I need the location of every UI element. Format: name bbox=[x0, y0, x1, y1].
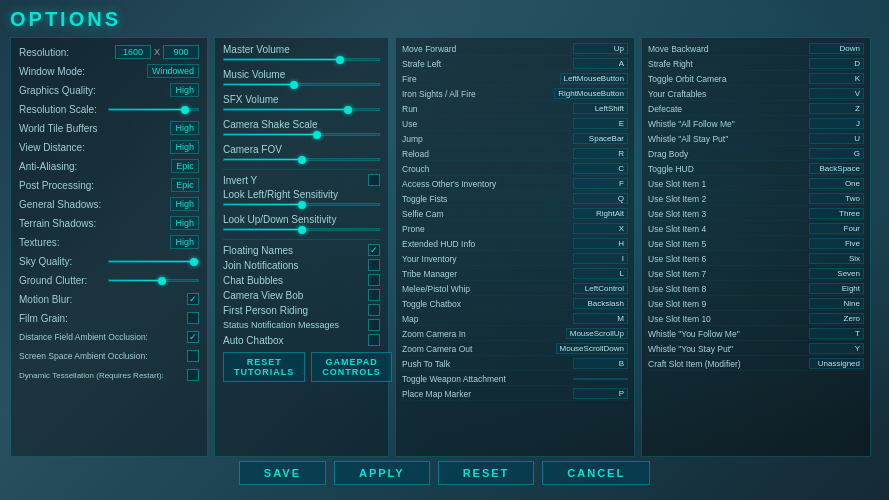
kb-left-key-22[interactable] bbox=[573, 378, 628, 380]
camera-shake-slider[interactable] bbox=[223, 133, 380, 136]
kb-left-key-15[interactable]: L bbox=[573, 268, 628, 279]
kb-left-key-9[interactable]: F bbox=[573, 178, 628, 189]
kb-right-row-9[interactable]: Use Slot Item 1One bbox=[648, 177, 864, 191]
kb-left-row-21[interactable]: Push To TalkB bbox=[402, 357, 628, 371]
kb-right-row-12[interactable]: Use Slot Item 4Four bbox=[648, 222, 864, 236]
ssao-checkbox[interactable] bbox=[187, 350, 199, 362]
kb-left-row-11[interactable]: Selfie CamRightAlt bbox=[402, 207, 628, 221]
kb-right-key-5[interactable]: J bbox=[809, 118, 864, 129]
kb-left-row-1[interactable]: Strafe LeftA bbox=[402, 57, 628, 71]
kb-left-key-16[interactable]: LeftControl bbox=[573, 283, 628, 294]
kb-right-key-1[interactable]: D bbox=[809, 58, 864, 69]
kb-right-row-18[interactable]: Use Slot Item 10Zero bbox=[648, 312, 864, 326]
kb-right-key-19[interactable]: T bbox=[809, 328, 864, 339]
resolution-width[interactable]: 1600 bbox=[115, 45, 151, 59]
kb-right-key-20[interactable]: Y bbox=[809, 343, 864, 354]
kb-right-key-4[interactable]: Z bbox=[809, 103, 864, 114]
kb-left-row-5[interactable]: UseE bbox=[402, 117, 628, 131]
status-notification-checkbox[interactable] bbox=[368, 319, 380, 331]
kb-left-row-18[interactable]: MapM bbox=[402, 312, 628, 326]
kb-right-row-7[interactable]: Drag BodyG bbox=[648, 147, 864, 161]
kb-right-row-1[interactable]: Strafe RightD bbox=[648, 57, 864, 71]
window-mode-dropdown[interactable]: Windowed bbox=[147, 64, 199, 78]
kb-left-key-14[interactable]: I bbox=[573, 253, 628, 264]
resolution-scale-slider[interactable] bbox=[108, 108, 199, 111]
kb-left-key-13[interactable]: H bbox=[573, 238, 628, 249]
sfx-volume-slider[interactable] bbox=[223, 108, 380, 111]
kb-left-row-2[interactable]: FireLeftMouseButton bbox=[402, 72, 628, 86]
resolution-height[interactable]: 900 bbox=[163, 45, 199, 59]
kb-left-key-11[interactable]: RightAlt bbox=[573, 208, 628, 219]
post-processing-dropdown[interactable]: Epic bbox=[171, 178, 199, 192]
camera-fov-slider[interactable] bbox=[223, 158, 380, 161]
kb-right-row-17[interactable]: Use Slot Item 9Nine bbox=[648, 297, 864, 311]
kb-left-row-14[interactable]: Your InventoryI bbox=[402, 252, 628, 266]
first-person-riding-checkbox[interactable] bbox=[368, 304, 380, 316]
music-volume-slider[interactable] bbox=[223, 83, 380, 86]
kb-left-row-10[interactable]: Toggle FistsQ bbox=[402, 192, 628, 206]
kb-right-key-2[interactable]: K bbox=[809, 73, 864, 84]
kb-right-row-5[interactable]: Whistle "All Follow Me"J bbox=[648, 117, 864, 131]
kb-left-key-5[interactable]: E bbox=[573, 118, 628, 129]
ud-sensitivity-slider[interactable] bbox=[223, 228, 380, 231]
kb-left-row-4[interactable]: RunLeftShift bbox=[402, 102, 628, 116]
kb-left-key-18[interactable]: M bbox=[573, 313, 628, 324]
anti-aliasing-dropdown[interactable]: Epic bbox=[171, 159, 199, 173]
camera-view-bob-checkbox[interactable] bbox=[368, 289, 380, 301]
kb-right-row-8[interactable]: Toggle HUDBackSpace bbox=[648, 162, 864, 176]
lr-sensitivity-slider[interactable] bbox=[223, 203, 380, 206]
kb-left-row-17[interactable]: Toggle ChatboxBackslash bbox=[402, 297, 628, 311]
world-tile-dropdown[interactable]: High bbox=[170, 121, 199, 135]
apply-button[interactable]: APPLY bbox=[334, 461, 430, 485]
terrain-shadows-dropdown[interactable]: High bbox=[170, 216, 199, 230]
dfao-checkbox[interactable] bbox=[187, 331, 199, 343]
view-distance-dropdown[interactable]: High bbox=[170, 140, 199, 154]
kb-left-row-3[interactable]: Iron Sights / All FireRightMouseButton bbox=[402, 87, 628, 101]
kb-left-row-7[interactable]: ReloadR bbox=[402, 147, 628, 161]
kb-left-key-1[interactable]: A bbox=[573, 58, 628, 69]
master-volume-slider[interactable] bbox=[223, 58, 380, 61]
kb-left-key-8[interactable]: C bbox=[573, 163, 628, 174]
kb-right-row-3[interactable]: Your CraftablesV bbox=[648, 87, 864, 101]
kb-right-key-11[interactable]: Three bbox=[809, 208, 864, 219]
kb-right-key-7[interactable]: G bbox=[809, 148, 864, 159]
gamepad-controls-button[interactable]: GAMEPAD CONTROLS bbox=[311, 352, 392, 382]
kb-right-key-6[interactable]: U bbox=[809, 133, 864, 144]
kb-left-key-23[interactable]: P bbox=[573, 388, 628, 399]
chat-bubbles-checkbox[interactable] bbox=[368, 274, 380, 286]
kb-left-row-19[interactable]: Zoom Camera InMouseScrollUp bbox=[402, 327, 628, 341]
textures-dropdown[interactable]: High bbox=[170, 235, 199, 249]
kb-right-row-20[interactable]: Whistle "You Stay Put"Y bbox=[648, 342, 864, 356]
kb-left-key-21[interactable]: B bbox=[573, 358, 628, 369]
kb-right-key-17[interactable]: Nine bbox=[809, 298, 864, 309]
save-button[interactable]: SAVE bbox=[239, 461, 326, 485]
resolution-inputs[interactable]: 1600 X 900 bbox=[115, 45, 199, 59]
reset-tutorials-button[interactable]: RESET TUTORIALS bbox=[223, 352, 305, 382]
floating-names-checkbox[interactable] bbox=[368, 244, 380, 256]
kb-right-key-12[interactable]: Four bbox=[809, 223, 864, 234]
kb-left-key-7[interactable]: R bbox=[573, 148, 628, 159]
general-shadows-dropdown[interactable]: High bbox=[170, 197, 199, 211]
kb-left-key-10[interactable]: Q bbox=[573, 193, 628, 204]
kb-right-row-16[interactable]: Use Slot Item 8Eight bbox=[648, 282, 864, 296]
kb-right-key-10[interactable]: Two bbox=[809, 193, 864, 204]
dynamic-tess-checkbox[interactable] bbox=[187, 369, 199, 381]
kb-left-row-22[interactable]: Toggle Weapon Attachment bbox=[402, 372, 628, 386]
kb-right-row-19[interactable]: Whistle "You Follow Me"T bbox=[648, 327, 864, 341]
kb-left-row-20[interactable]: Zoom Camera OutMouseScrollDown bbox=[402, 342, 628, 356]
kb-left-key-12[interactable]: X bbox=[573, 223, 628, 234]
graphics-quality-dropdown[interactable]: High bbox=[170, 83, 199, 97]
kb-right-row-11[interactable]: Use Slot Item 3Three bbox=[648, 207, 864, 221]
kb-left-key-2[interactable]: LeftMouseButton bbox=[560, 73, 628, 84]
kb-left-key-3[interactable]: RightMouseButton bbox=[554, 88, 628, 99]
kb-left-key-0[interactable]: Up bbox=[573, 43, 628, 54]
kb-right-key-15[interactable]: Seven bbox=[809, 268, 864, 279]
kb-right-key-9[interactable]: One bbox=[809, 178, 864, 189]
film-grain-checkbox[interactable] bbox=[187, 312, 199, 324]
invert-y-checkbox[interactable] bbox=[368, 174, 380, 186]
kb-left-row-12[interactable]: ProneX bbox=[402, 222, 628, 236]
kb-right-row-10[interactable]: Use Slot Item 2Two bbox=[648, 192, 864, 206]
kb-right-row-4[interactable]: DefecateZ bbox=[648, 102, 864, 116]
kb-right-key-3[interactable]: V bbox=[809, 88, 864, 99]
kb-left-key-20[interactable]: MouseScrollDown bbox=[556, 343, 628, 354]
